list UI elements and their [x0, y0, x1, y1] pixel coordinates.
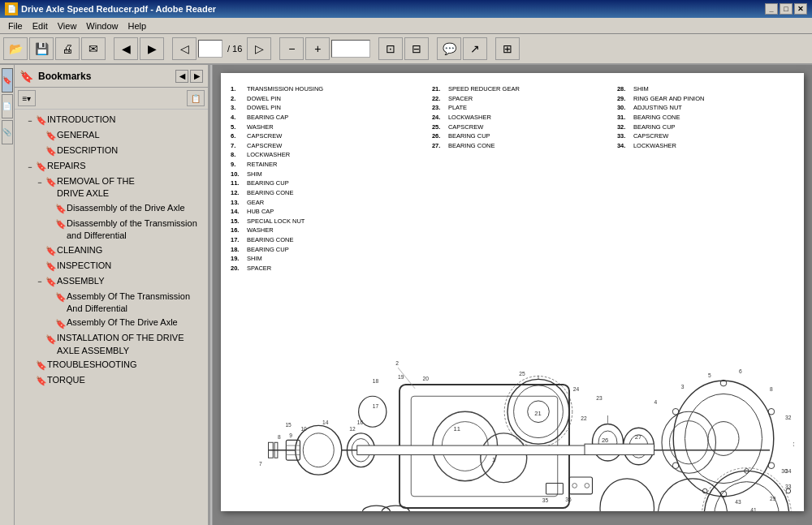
sidebar-tab-bookmarks[interactable]: 🔖 — [2, 68, 13, 93]
svg-text:23: 23 — [596, 395, 603, 401]
forward-button[interactable]: ▶ — [140, 37, 164, 60]
document-page: 1.TRANSMISSION HOUSING 2.DOWEL PIN 3.DOW… — [221, 73, 804, 511]
spacer-assembly-drive — [44, 317, 55, 330]
prev-page-button[interactable]: ◁ — [172, 37, 197, 60]
fit-width-button[interactable]: ⊟ — [404, 37, 429, 60]
spacer-installation — [34, 333, 45, 346]
bookmark-icon-removal: 🔖 — [45, 176, 57, 189]
bookmark-disassembly-trans[interactable]: 🔖 Disassembly of the Transmission and Di… — [15, 217, 208, 243]
snapshot-button[interactable]: ⊞ — [495, 37, 520, 60]
svg-text:27: 27 — [635, 432, 641, 440]
bookmark-repairs[interactable]: − 🔖 REPAIRS — [15, 159, 208, 174]
bookmark-icon-cleaning: 🔖 — [45, 245, 57, 258]
svg-text:15: 15 — [285, 422, 292, 428]
expand-removal[interactable]: − — [34, 176, 45, 189]
spacer-general — [34, 130, 45, 143]
svg-point-104 — [572, 483, 577, 488]
bookmark-label-installation: INSTALLATION OF THE DRIVE AXLE ASSEMBLY — [57, 332, 205, 357]
expand-repairs[interactable]: − — [24, 161, 36, 174]
toolbar: 📂 💾 🖨 ✉ ◀ ▶ ◁ 6 / 16 ▷ − + 66.7% ⊡ ⊟ 💬 ↗… — [0, 34, 812, 65]
panel-menu-btn[interactable]: ▶ — [190, 70, 203, 83]
bookmark-introduction[interactable]: − 🔖 INTRODUCTION — [15, 113, 208, 128]
bookmark-label-introduction: INTRODUCTION — [47, 114, 205, 126]
menu-file[interactable]: File — [3, 19, 28, 32]
bookmark-installation[interactable]: 🔖 INSTALLATION OF THE DRIVE AXLE ASSEMBL… — [15, 331, 208, 358]
share-button[interactable]: ↗ — [463, 37, 487, 60]
main-area: 🔖 📄 📎 🔖 Bookmarks ◀ ▶ ≡▾ 📋 − 🔖 INTRODUCT… — [0, 65, 812, 525]
zoom-input[interactable]: 66.7% — [331, 40, 370, 58]
zoom-in-button[interactable]: + — [305, 37, 330, 60]
bookmark-assembly-trans[interactable]: 🔖 Assembly Of The Transmission And Diffe… — [15, 290, 208, 316]
print-button[interactable]: 🖨 — [55, 37, 80, 60]
svg-text:18: 18 — [373, 378, 379, 384]
svg-text:9: 9 — [289, 432, 292, 437]
bookmark-icon-torque: 🔖 — [36, 375, 47, 388]
bookmark-torque[interactable]: 🔖 TORQUE — [15, 373, 208, 389]
bookmark-assembly-drive[interactable]: 🔖 Assembly Of The Drive Axle — [15, 316, 208, 331]
bookmark-inspection[interactable]: 🔖 INSPECTION — [15, 259, 208, 274]
svg-text:7: 7 — [259, 460, 262, 466]
save-button[interactable]: 💾 — [29, 37, 54, 60]
menu-bar: File Edit View Window Help — [0, 18, 812, 34]
bookmark-troubleshooting[interactable]: 🔖 TROUBLESHOOTING — [15, 358, 208, 373]
svg-text:22: 22 — [581, 415, 587, 420]
bookmark-cleaning[interactable]: 🔖 CLEANING — [15, 243, 208, 259]
bookmark-general[interactable]: 🔖 GENERAL — [15, 128, 208, 144]
bookmark-icon-assembly-trans: 🔖 — [55, 291, 67, 304]
svg-text:20: 20 — [423, 376, 430, 381]
minimize-button[interactable]: _ — [765, 3, 778, 15]
panel-collapse-btn[interactable]: ◀ — [175, 70, 188, 83]
maximize-button[interactable]: □ — [780, 3, 793, 15]
bookmark-description[interactable]: 🔖 DESCRIPTION — [15, 144, 208, 159]
spacer-description — [34, 145, 45, 158]
bookmark-icon-installation: 🔖 — [45, 333, 57, 346]
sidebar-tab-pages[interactable]: 📄 — [2, 94, 13, 118]
svg-text:5: 5 — [708, 372, 711, 377]
svg-text:6: 6 — [739, 368, 742, 373]
svg-point-2 — [685, 394, 762, 483]
new-bookmark-btn[interactable]: ≡▾ — [18, 90, 36, 106]
svg-text:14: 14 — [322, 420, 329, 425]
bookmark-label-description: DESCRIPTION — [57, 144, 205, 157]
menu-window[interactable]: Window — [81, 19, 123, 32]
svg-text:17: 17 — [373, 402, 379, 408]
svg-text:8: 8 — [278, 433, 281, 439]
bookmark-disassembly-drive[interactable]: 🔖 Disassembly of the Drive Axle — [15, 201, 208, 217]
email-button[interactable]: ✉ — [81, 37, 106, 60]
options-btn[interactable]: 📋 — [187, 90, 205, 106]
bookmark-label-assembly-trans: Assembly Of The Transmission And Differe… — [67, 290, 205, 316]
svg-text:28: 28 — [793, 510, 795, 511]
bookmark-removal[interactable]: − 🔖 REMOVAL OF THEDRIVE AXLE — [15, 174, 208, 201]
zoom-out-button[interactable]: − — [279, 37, 304, 60]
bookmarks-tree[interactable]: − 🔖 INTRODUCTION 🔖 GENERAL 🔖 DESCRIPTION… — [15, 110, 208, 525]
app-icon: 📄 — [5, 2, 18, 15]
expand-introduction[interactable]: − — [24, 114, 36, 127]
document-area[interactable]: 1.TRANSMISSION HOUSING 2.DOWEL PIN 3.DOW… — [213, 65, 812, 525]
parts-list-col2: 21.SPEED REDUCER GEAR 22.SPACER 23.PLATE… — [432, 84, 609, 273]
bookmark-icon-inspection: 🔖 — [45, 260, 57, 273]
svg-text:35: 35 — [542, 497, 549, 503]
close-button[interactable]: ✕ — [794, 3, 807, 15]
menu-help[interactable]: Help — [123, 19, 151, 32]
next-page-button[interactable]: ▷ — [247, 37, 271, 60]
page-number-input[interactable]: 6 — [198, 40, 222, 58]
menu-edit[interactable]: Edit — [28, 19, 53, 32]
open-button[interactable]: 📂 — [3, 37, 28, 60]
svg-point-7 — [768, 408, 775, 415]
svg-text:2: 2 — [395, 360, 399, 366]
back-button[interactable]: ◀ — [114, 37, 138, 60]
expand-assembly[interactable]: − — [34, 276, 45, 289]
menu-view[interactable]: View — [53, 19, 82, 32]
svg-text:41: 41 — [750, 506, 757, 511]
svg-rect-103 — [569, 477, 593, 494]
sidebar-tab-attachments[interactable]: 📎 — [2, 120, 13, 144]
fit-page-button[interactable]: ⊡ — [378, 37, 403, 60]
svg-text:24: 24 — [573, 385, 580, 391]
bookmark-label-cleaning: CLEANING — [57, 244, 205, 256]
svg-point-12 — [704, 471, 789, 511]
bookmarks-icon: 🔖 — [19, 70, 33, 83]
panel-toolbar: ≡▾ 📋 — [15, 88, 208, 110]
comment-button[interactable]: 💬 — [437, 37, 461, 60]
bookmark-assembly[interactable]: − 🔖 ASSEMBLY — [15, 274, 208, 290]
bookmark-icon-assembly: 🔖 — [45, 276, 57, 289]
